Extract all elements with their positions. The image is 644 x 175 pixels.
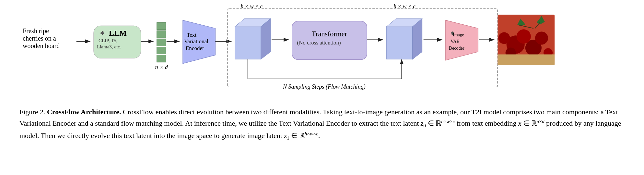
feat-rect-2 [157, 31, 166, 38]
vae-label-line0: Image [453, 32, 464, 37]
feat-rect-1 [157, 22, 166, 30]
llm-sublabel-line1: CLIP, T5, [99, 38, 118, 43]
tve-label-line1: Text [187, 32, 196, 38]
input-text-line1: Fresh ripe [23, 27, 49, 35]
tve-label-line2: Variational [184, 38, 208, 44]
input-text-line2: cherries on a [23, 35, 56, 42]
cherry4 [535, 31, 548, 44]
transformer-sub: (No cross attention) [297, 40, 341, 46]
diagram-area: Fresh ripe cherries on a wooden board ✱ … [0, 0, 644, 104]
cherry3 [517, 29, 531, 44]
sampling-label: N Sampling Steps (Flow Matching) [283, 83, 366, 90]
vae-label-line2: Decoder [449, 45, 464, 51]
hwc-label1: h × w × c [241, 3, 263, 9]
llm-star: ✱ [100, 30, 104, 36]
tve-label-line3: Encoder [186, 45, 204, 51]
cube1-front [235, 27, 261, 59]
figure-num: Figure 2. [19, 108, 45, 116]
architecture-diagram: Fresh ripe cherries on a wooden board ✱ … [13, 2, 631, 96]
feat-rect-5 [157, 55, 166, 62]
caption-area: Figure 2. CrossFlow Architecture. CrossF… [0, 104, 644, 145]
input-text-line3: wooden board [23, 42, 60, 49]
hwc-label2: h × w × c [393, 3, 416, 9]
feat-rect-3 [157, 39, 166, 46]
vae-label-line1: VAE [451, 39, 459, 44]
llm-sublabel-line2: Llama3, etc. [97, 44, 121, 49]
nd-label: n × d [155, 64, 168, 70]
wooden-board [498, 55, 555, 65]
transformer-label: Transformer [311, 30, 347, 38]
feat-rect-4 [157, 47, 166, 54]
cube2-front [386, 27, 412, 59]
cherry5 [498, 32, 510, 44]
llm-label: LLM [109, 29, 127, 37]
caption-bold: CrossFlow Architecture. [47, 108, 121, 116]
